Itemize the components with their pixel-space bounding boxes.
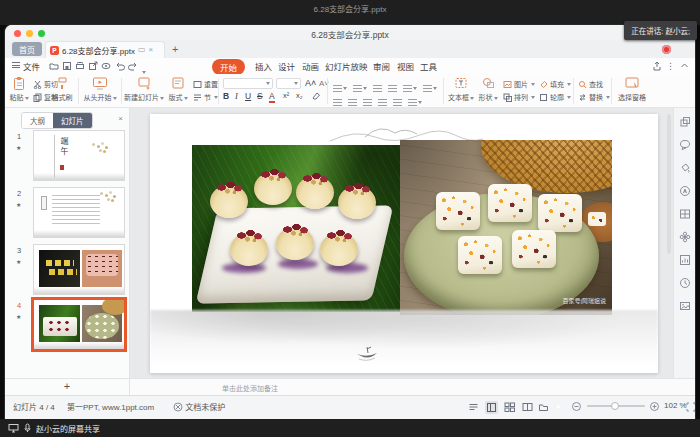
cake-shape	[230, 233, 268, 266]
menu-view[interactable]: 视图	[397, 60, 414, 72]
normal-view-icon[interactable]	[485, 401, 498, 414]
preview-icon[interactable]	[101, 61, 111, 71]
menu-tools[interactable]: 工具	[420, 60, 437, 72]
chart-panel-icon[interactable]	[679, 254, 691, 266]
section-button[interactable]: 节	[193, 92, 218, 102]
close-tab-icon[interactable]: ×	[148, 46, 153, 54]
italic-button[interactable]: I	[235, 91, 238, 101]
image-panel-icon[interactable]	[679, 300, 691, 312]
protection-status[interactable]: 文档未保护	[173, 401, 225, 412]
font-size-select[interactable]	[276, 78, 301, 89]
font-color-button[interactable]: A	[269, 91, 275, 103]
zoom-in-icon[interactable]	[649, 401, 660, 412]
style-a-icon[interactable]	[679, 185, 691, 197]
from-start-button[interactable]: 从头开始	[82, 76, 118, 102]
slide1-thumbnail[interactable]: 端午	[33, 130, 125, 181]
open-icon[interactable]	[49, 61, 59, 71]
format-painter-button[interactable]: 格式刷	[49, 76, 75, 102]
menu-file[interactable]: 文件	[23, 60, 40, 72]
comment-bubble-icon[interactable]: ▭	[138, 46, 146, 54]
arrange-button[interactable]: 排列	[503, 92, 535, 102]
more-menu-icon[interactable]: ⋮	[666, 61, 675, 71]
flower-design-icon[interactable]	[679, 231, 691, 243]
object-layers-icon[interactable]	[679, 116, 691, 128]
section-label: 节	[204, 92, 211, 102]
grow-font-label: A	[305, 78, 311, 88]
cut-icon	[33, 80, 42, 89]
text-direction-button[interactable]	[423, 79, 437, 97]
menu-start[interactable]: 开始	[212, 59, 245, 75]
strikethrough-button[interactable]: S	[257, 91, 263, 101]
notes-placeholder[interactable]: 单击此处添加备注	[222, 383, 278, 393]
superscript-button[interactable]: x²	[283, 91, 289, 100]
history-clock-icon[interactable]	[679, 277, 691, 289]
new-tab-button[interactable]: +	[172, 43, 178, 55]
document-tab[interactable]: P 6.28支部会分享.pptx ▭ ×	[45, 41, 165, 58]
protection-label: 文档未保护	[185, 403, 225, 412]
slide1-title-text: 端午	[58, 137, 69, 157]
menu-design[interactable]: 设计	[278, 60, 295, 72]
slide-canvas[interactable]: 百家号|阿瑞姐说	[150, 114, 658, 373]
slide3-thumbnail[interactable]	[33, 244, 125, 295]
export-icon[interactable]	[88, 61, 98, 71]
table-grid-icon[interactable]	[679, 208, 691, 220]
font-family-select[interactable]	[223, 78, 273, 89]
replace-button[interactable]: 替换	[578, 92, 610, 102]
undo-icon[interactable]	[115, 61, 125, 71]
vertical-scrollbar[interactable]	[667, 114, 671, 254]
shapes-label: 形状	[479, 94, 493, 101]
shapes-button[interactable]: 形状	[476, 76, 500, 102]
tab-slides[interactable]: 幻灯片	[53, 113, 92, 128]
ink-wash-deco	[34, 230, 124, 237]
print-icon[interactable]	[75, 61, 85, 71]
meeting-status-icon[interactable]	[662, 45, 671, 54]
slide-sorter-icon[interactable]	[504, 402, 515, 412]
zoom-out-icon[interactable]	[571, 401, 582, 412]
find-button[interactable]: 查找	[578, 79, 603, 89]
section-icon	[193, 93, 202, 102]
selection-pane-icon	[624, 76, 640, 91]
fullscreen-icon[interactable]	[686, 402, 695, 412]
panel-close-icon[interactable]: ×	[118, 114, 123, 123]
share-doc-icon[interactable]	[652, 61, 662, 71]
reading-view-icon[interactable]	[522, 402, 533, 412]
menu-slideshow[interactable]: 幻灯片放映	[325, 60, 368, 72]
comment-cloud-icon[interactable]	[679, 139, 691, 151]
menu-animation[interactable]: 动画	[302, 60, 319, 72]
food-photo-rice-cakes[interactable]	[192, 145, 400, 312]
textbox-button[interactable]: 文本框	[447, 76, 475, 102]
grow-font-button[interactable]: A˄	[305, 78, 316, 88]
collapse-ribbon-icon[interactable]	[680, 61, 689, 70]
zoom-slider[interactable]	[587, 405, 645, 407]
new-slide-button[interactable]: 新建幻灯片	[124, 76, 164, 102]
bold-button[interactable]: B	[223, 91, 229, 101]
fill-button[interactable]: 填充	[539, 79, 571, 89]
slide2-thumbnail[interactable]	[33, 187, 125, 238]
clear-format-button[interactable]	[310, 91, 320, 100]
fill-bucket-icon[interactable]	[679, 162, 691, 174]
zoom-percent[interactable]: 102 %	[664, 401, 687, 410]
zoom-slider-knob[interactable]	[611, 402, 619, 410]
menu-review[interactable]: 审阅	[373, 60, 390, 72]
picture-button[interactable]: 图片	[503, 79, 535, 89]
menu-insert[interactable]: 插入	[255, 60, 272, 72]
redo-icon[interactable]	[128, 61, 138, 71]
tab-outline[interactable]: 大纲	[22, 113, 53, 128]
hamburger-icon[interactable]	[12, 62, 20, 68]
outline-button[interactable]: 轮廓	[539, 92, 571, 102]
more-quick-icon[interactable]	[141, 63, 151, 73]
save-icon[interactable]	[62, 61, 72, 71]
notes-toggle-icon[interactable]	[468, 402, 479, 412]
subscript-button[interactable]: x₂	[296, 91, 303, 100]
underline-button[interactable]: U	[245, 91, 251, 101]
handout-icon[interactable]	[538, 402, 549, 412]
slide4-thumbnail-selected[interactable]	[33, 299, 125, 350]
add-slide-button[interactable]: +	[5, 379, 130, 396]
boat-ink-deco	[355, 346, 379, 362]
food-photo-osmanthus-cubes[interactable]: 百家号|阿瑞姐说	[400, 140, 612, 315]
paste-button[interactable]: 粘贴	[7, 76, 31, 102]
layout-button[interactable]: 版式	[165, 76, 191, 102]
selection-pane-button[interactable]: 选择窗格	[615, 76, 649, 102]
reset-button[interactable]: 重置	[193, 79, 218, 89]
home-tab[interactable]: 首页	[12, 42, 42, 56]
